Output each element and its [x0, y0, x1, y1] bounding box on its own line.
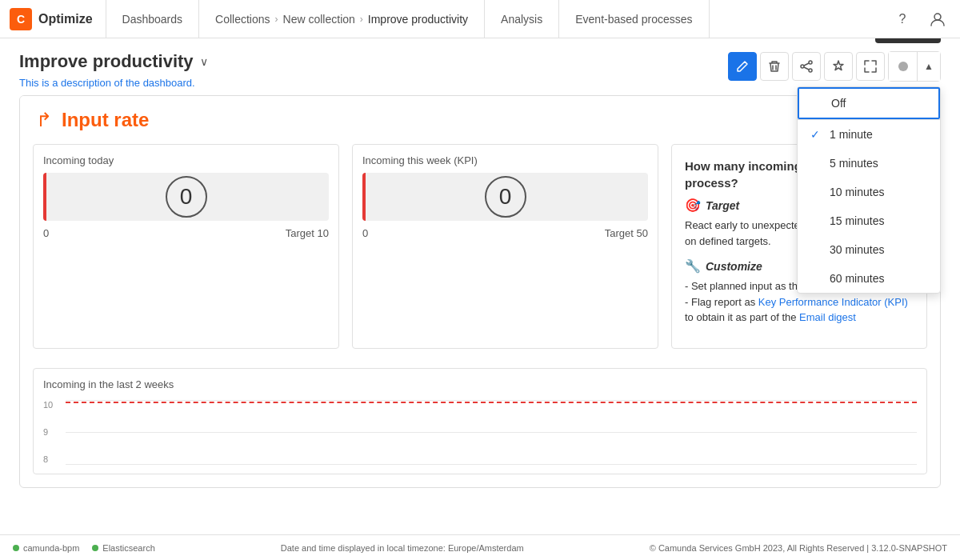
indicator-elasticsearch: Elasticsearch: [92, 543, 154, 553]
kpi-card-incoming-today: Incoming today 0 0 Target 10: [33, 144, 339, 349]
kpi-gauge-bar-today: [43, 173, 46, 221]
svg-point-3: [809, 69, 812, 72]
check-icon-1min: ✓: [810, 128, 823, 141]
widget-icon: ↱: [36, 109, 52, 131]
nav-items: Dashboards Collections › New collection …: [106, 0, 877, 38]
y-label-9: 9: [43, 427, 62, 437]
fullscreen-button[interactable]: [856, 52, 885, 81]
nav-item-analysis[interactable]: Analysis: [485, 0, 559, 38]
nav-breadcrumb: Collections › New collection › Improve p…: [199, 0, 485, 38]
breadcrumb-current: Improve productivity: [368, 13, 468, 26]
nav-item-dashboards[interactable]: Dashboards: [106, 0, 200, 38]
auto-refresh-dropdown: Off ✓ 1 minute 5 minutes 10 minutes: [797, 86, 941, 294]
help-button[interactable]: ?: [890, 6, 915, 32]
footer-copyright: © Camunda Services GmbH 2023, All Rights…: [650, 543, 947, 553]
dashboard-name: Improve productivity: [19, 51, 194, 72]
kpi-gauge-today: 0: [43, 173, 329, 221]
chart-target-line: [66, 402, 917, 403]
edit-button[interactable]: [728, 52, 757, 81]
dashboard-description: This is a description of the dashboard.: [19, 77, 208, 89]
auto-refresh-option-5min[interactable]: 5 minutes: [798, 149, 940, 178]
share-button[interactable]: [792, 52, 821, 81]
auto-refresh-area: ▲ Off ✓ 1 minute 5 minutes: [888, 51, 941, 82]
title-dropdown-chevron[interactable]: ∨: [200, 55, 208, 68]
chart-plot: [66, 400, 917, 464]
email-digest-link[interactable]: Email digest: [799, 311, 856, 323]
auto-refresh-option-15min[interactable]: 15 minutes: [798, 206, 940, 235]
chart-section-wrapper: Incoming in the last 2 weeks 10 9 8: [20, 368, 940, 487]
brand-name: Optimize: [38, 12, 93, 26]
kpi-target-week: Target 50: [605, 227, 648, 239]
refresh-status-dot: [898, 62, 908, 71]
label-elasticsearch: Elasticsearch: [102, 543, 154, 553]
profile-button[interactable]: [925, 6, 950, 32]
breadcrumb-sep2: ›: [360, 14, 363, 25]
auto-refresh-option-60min[interactable]: 60 minutes: [798, 264, 940, 293]
target-icon: 🎯: [685, 198, 701, 213]
kpi-gauge-bar-week: [362, 173, 366, 221]
footer: camunda-bpm Elasticsearch Date and time …: [0, 534, 960, 560]
breadcrumb-sep1: ›: [275, 14, 278, 25]
kpi-value-week: 0: [485, 176, 526, 218]
kpi-card-incoming-week: Incoming this week (KPI) 0 0 Target 50: [352, 144, 658, 349]
nav-item-event-based[interactable]: Event-based processes: [559, 0, 709, 38]
target-label: Target: [706, 199, 739, 212]
breadcrumb-collections[interactable]: Collections: [215, 13, 270, 26]
label-camunda: camunda-bpm: [23, 543, 79, 553]
auto-refresh-dot-button[interactable]: [889, 52, 918, 81]
grid-line-1: [66, 400, 917, 401]
grid-line-2: [66, 432, 917, 433]
kpi-title-week: Incoming this week (KPI): [362, 154, 648, 166]
chart-title: Incoming in the last 2 weeks: [43, 378, 917, 390]
kpi-value-left-today: 0: [43, 227, 49, 239]
top-nav: C Optimize Dashboards Collections › New …: [0, 0, 960, 38]
auto-refresh-option-1min[interactable]: ✓ 1 minute: [798, 120, 940, 149]
svg-point-1: [809, 61, 812, 64]
kpi-footer-today: 0 Target 10: [43, 227, 329, 239]
indicator-camunda: camunda-bpm: [13, 543, 79, 553]
widget-title: Input rate: [62, 109, 149, 131]
dot-camunda: [13, 545, 19, 551]
auto-refresh-option-30min[interactable]: 30 minutes: [798, 235, 940, 264]
brand-icon: C: [10, 8, 32, 30]
kpi-title-today: Incoming today: [43, 154, 329, 166]
breadcrumb-new-collection[interactable]: New collection: [283, 13, 355, 26]
brand[interactable]: C Optimize: [10, 0, 106, 38]
delete-button[interactable]: [760, 52, 789, 81]
y-label-8: 8: [43, 454, 62, 464]
footer-timezone: Date and time displayed in local timezon…: [281, 543, 524, 553]
kpi-value-left-week: 0: [362, 227, 368, 239]
chart-section: Incoming in the last 2 weeks 10 9 8: [33, 368, 927, 474]
nav-right: ?: [877, 6, 950, 32]
dashboard-title-area: Improve productivity ∨ This is a descrip…: [19, 51, 208, 89]
chart-area: 10 9 8: [43, 400, 917, 464]
dashboard-toolbar: Auto-refresh: [728, 51, 941, 82]
dot-elasticsearch: [92, 545, 98, 551]
kpi-footer-week: 0 Target 50: [362, 227, 648, 239]
auto-refresh-toggle: ▲: [888, 51, 941, 82]
auto-refresh-option-off[interactable]: Off: [798, 87, 940, 119]
auto-refresh-chevron-button[interactable]: ▲: [918, 52, 940, 81]
kpi-target-today: Target 10: [286, 227, 329, 239]
kpi-gauge-week: 0: [362, 173, 648, 221]
alert-button[interactable]: [824, 52, 853, 81]
main-content: Improve productivity ∨ This is a descrip…: [0, 38, 960, 560]
dashboard-title: Improve productivity ∨: [19, 51, 208, 72]
dashboard-header: Improve productivity ∨ This is a descrip…: [0, 38, 960, 95]
auto-refresh-tooltip: Auto-refresh: [875, 38, 941, 43]
kpi-value-today: 0: [166, 176, 207, 218]
customize-label: Customize: [706, 260, 762, 273]
footer-left: camunda-bpm Elasticsearch: [13, 543, 155, 553]
grid-line-3: [66, 464, 917, 465]
chart-y-labels: 10 9 8: [43, 400, 62, 464]
customize-icon: 🔧: [685, 258, 701, 274]
kpi-link[interactable]: Key Performance Indicator (KPI): [758, 296, 908, 308]
auto-refresh-option-10min[interactable]: 10 minutes: [798, 178, 940, 206]
y-label-10: 10: [43, 400, 62, 410]
svg-point-2: [801, 65, 804, 68]
svg-point-0: [934, 14, 941, 20]
